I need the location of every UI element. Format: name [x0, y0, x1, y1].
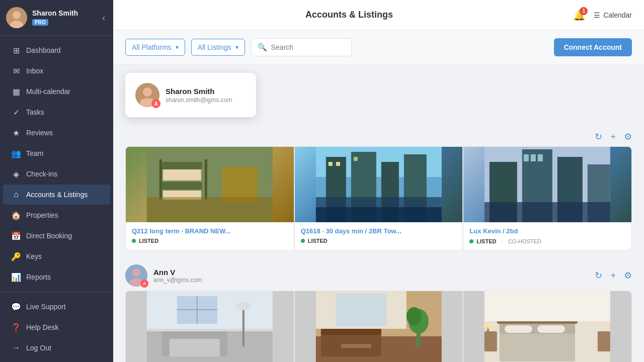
listing-card-0[interactable]: Q212 long term · BRAND NEW... LISTED: [125, 146, 294, 250]
refresh-button-ann[interactable]: ↻: [595, 270, 602, 281]
sidebar-nav: ⊞ Dashboard ✉ Inbox ▦ Multi-calendar ✓ T…: [0, 36, 113, 292]
listing-status-0: LISTED: [132, 238, 288, 244]
listings-grid-sharon: Q212 long term · BRAND NEW... LISTED: [113, 146, 644, 258]
listing-card-ann-1[interactable]: Cozy 1BR with Terrace LISTED: [294, 291, 463, 362]
inbox-icon: ✉: [11, 66, 21, 76]
sidebar-item-multi-calendar[interactable]: ▦ Multi-calendar: [3, 81, 110, 102]
sidebar-label-multi-calendar: Multi-calendar: [26, 87, 70, 96]
sidebar-item-check-ins[interactable]: ◈ Check-ins: [3, 164, 110, 184]
notifications-button[interactable]: 🔔 1: [573, 9, 586, 21]
svg-rect-68: [485, 331, 497, 351]
listing-card-ann-0[interactable]: Modern Studio Downtown LISTED: [125, 291, 294, 362]
log-out-icon: →: [11, 343, 21, 353]
svg-point-56: [406, 307, 421, 325]
sidebar-header: Sharon Smith PRO ‹: [0, 0, 113, 36]
sidebar-item-inbox[interactable]: ✉ Inbox: [3, 61, 110, 81]
sidebar-item-accounts-listings[interactable]: ⌂ Accounts & Listings: [3, 185, 110, 205]
search-box: 🔍: [251, 38, 352, 56]
sidebar-item-dashboard[interactable]: ⊞ Dashboard: [3, 40, 110, 60]
listing-card-1[interactable]: Q1618 · 30 days min / 2BR Tow... LISTED: [294, 146, 463, 250]
sidebar-label-help-desk: Help Desk: [26, 323, 59, 331]
sidebar-label-log-out: Log Out: [26, 344, 51, 352]
svg-rect-10: [162, 182, 202, 190]
sidebar-item-team[interactable]: 👥 Team: [3, 143, 110, 163]
sidebar-item-live-support[interactable]: 💬 Live Support: [3, 297, 110, 317]
svg-rect-69: [598, 331, 610, 351]
connect-account-button[interactable]: Connect Account: [554, 38, 632, 56]
svg-rect-22: [315, 207, 441, 222]
refresh-button-sharon[interactable]: ↻: [595, 131, 602, 142]
svg-rect-64: [537, 325, 565, 333]
sidebar-item-properties[interactable]: 🏠 Properties: [3, 205, 110, 225]
svg-rect-34: [538, 154, 543, 161]
add-listing-button-ann[interactable]: +: [610, 270, 616, 281]
listing-info-2: Lux Kevin / 2bd LISTED · CO-HOSTED: [463, 222, 631, 250]
platforms-label: All Platforms: [132, 43, 172, 51]
airbnb-badge-icon: A: [151, 99, 160, 108]
svg-rect-13: [222, 167, 258, 202]
calendar-button[interactable]: ☰ Calendar: [594, 11, 632, 19]
sidebar-label-live-support: Live Support: [26, 303, 66, 311]
notification-badge: 1: [580, 7, 588, 15]
sidebar-bottom: 💬 Live Support ❓ Help Desk → Log Out: [0, 292, 113, 362]
listings-dropdown[interactable]: All Listings ▾: [191, 39, 245, 56]
sidebar-label-tasks: Tasks: [26, 108, 44, 116]
sidebar-label-direct-booking: Direct Booking: [26, 232, 72, 240]
listing-card-2[interactable]: Lux Kevin / 2bd LISTED · CO-HOSTED: [463, 146, 632, 250]
svg-rect-43: [220, 331, 227, 356]
account2-email-ann: ann_v@igms.com: [153, 277, 202, 284]
account2-user-info: Ann V ann_v@igms.com: [153, 268, 202, 284]
settings-button-ann[interactable]: ⚙: [624, 270, 632, 281]
listings-grid-ann: Modern Studio Downtown LISTED: [113, 291, 644, 362]
add-listing-button-sharon[interactable]: +: [610, 132, 616, 142]
listing-image-ann-1: [295, 291, 463, 362]
listing-card-ann-2[interactable]: Spacious Master Bedroom LISTED: [463, 291, 632, 362]
svg-rect-31: [485, 202, 610, 222]
avatar: [6, 7, 27, 28]
sidebar-item-help-desk[interactable]: ❓ Help Desk: [3, 317, 110, 337]
status-text-0: LISTED: [139, 238, 158, 244]
platforms-dropdown[interactable]: All Platforms ▾: [125, 39, 185, 56]
listing-title-2: Lux Kevin / 2bd: [469, 227, 625, 235]
dashboard-icon: ⊞: [11, 45, 21, 55]
account2-name-ann: Ann V: [153, 268, 202, 277]
svg-rect-65: [500, 334, 575, 361]
svg-rect-41: [162, 331, 227, 339]
sidebar-item-direct-booking[interactable]: 📅 Direct Booking: [3, 226, 110, 246]
main-content: Accounts & Listings 🔔 1 ☰ Calendar All P…: [113, 0, 644, 362]
sidebar-item-reviews[interactable]: ★ Reviews: [3, 123, 110, 143]
svg-rect-48: [243, 306, 245, 346]
svg-point-49: [236, 302, 251, 310]
account2-avatar-wrap: A: [125, 264, 147, 287]
status-text-2: LISTED: [476, 238, 496, 244]
listing-info-0: Q212 long term · BRAND NEW... LISTED: [126, 222, 294, 249]
sidebar-item-keys[interactable]: 🔑 Keys: [3, 246, 110, 266]
listing-image-0: [126, 147, 294, 222]
popup-user-info: Sharon Smith sharon.smith@igms.com: [166, 87, 232, 104]
sidebar-label-reports: Reports: [26, 273, 51, 281]
content-area: A Sharon Smith sharon.smith@igms.com ↻ +…: [113, 65, 644, 362]
tasks-icon: ✓: [11, 107, 21, 117]
sidebar-username: Sharon Smith: [32, 9, 100, 17]
svg-rect-32: [524, 154, 529, 161]
sidebar-item-reports[interactable]: 📊 Reports: [3, 267, 110, 287]
accounts-icon: ⌂: [11, 190, 21, 200]
svg-rect-14: [147, 197, 273, 222]
sidebar-item-tasks[interactable]: ✓ Tasks: [3, 102, 110, 122]
listing-status-2: LISTED · CO-HOSTED: [469, 238, 625, 245]
account2-info-ann: A Ann V ann_v@igms.com: [125, 264, 595, 287]
sidebar-item-log-out[interactable]: → Log Out: [3, 338, 110, 358]
search-input[interactable]: [271, 43, 345, 51]
pro-badge: PRO: [32, 19, 48, 26]
popup-avatar-wrap: A: [135, 83, 159, 107]
status-dot-0: [132, 239, 136, 243]
popup-name-sharon: Sharon Smith: [166, 87, 232, 96]
settings-button-sharon[interactable]: ⚙: [624, 131, 632, 142]
svg-rect-23: [328, 162, 332, 166]
svg-rect-33: [531, 154, 536, 161]
sidebar-label-reviews: Reviews: [26, 129, 53, 137]
listing-title-1: Q1618 · 30 days min / 2BR Tow...: [301, 227, 457, 235]
listing-image-1: [295, 147, 463, 222]
collapse-sidebar-button[interactable]: ‹: [100, 11, 107, 25]
live-support-icon: 💬: [11, 302, 21, 312]
